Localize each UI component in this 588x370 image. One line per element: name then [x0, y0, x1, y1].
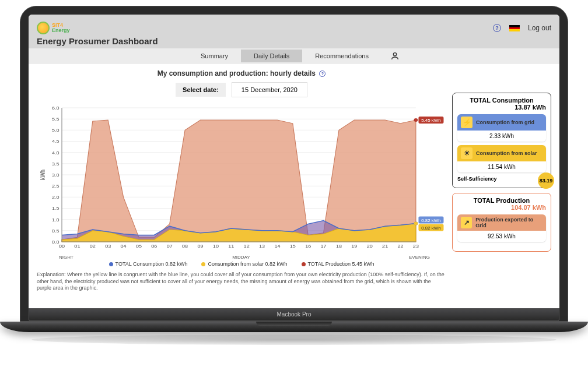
svg-text:13: 13 [259, 244, 265, 249]
svg-text:0.0: 0.0 [52, 239, 60, 245]
hourly-chart: 0.00.51.01.52.02.53.03.54.04.55.05.56.0k… [37, 103, 446, 255]
svg-text:10: 10 [213, 244, 219, 249]
svg-text:4.5: 4.5 [52, 139, 60, 144]
svg-text:05: 05 [136, 244, 142, 249]
svg-text:0.82 kWh: 0.82 kWh [421, 218, 440, 223]
svg-point-60 [414, 222, 418, 225]
svg-text:5.0: 5.0 [52, 128, 60, 133]
grid-icon: ⚡ [461, 117, 473, 128]
tab-recommendations[interactable]: Recommendations [302, 50, 382, 62]
svg-text:5.45 kWh: 5.45 kWh [421, 118, 440, 123]
svg-text:15: 15 [290, 244, 296, 249]
total-consumption-value: 13.87 kWh [457, 104, 546, 111]
svg-text:20: 20 [367, 244, 373, 249]
explanation-text: Explanation: Where the yellow line is co… [37, 272, 446, 292]
svg-text:03: 03 [105, 244, 111, 249]
tab-bar: Summary Daily Details Recommendations [29, 48, 559, 64]
help-icon[interactable]: ? [493, 24, 501, 32]
svg-text:3.0: 3.0 [52, 172, 60, 178]
svg-text:02: 02 [90, 244, 96, 249]
tab-summary[interactable]: Summary [188, 50, 241, 62]
logo-icon [37, 22, 50, 34]
svg-text:07: 07 [167, 244, 173, 249]
total-production-card: TOTAL Production 104.07 kWh ↗Production … [452, 193, 551, 252]
svg-text:21: 21 [382, 244, 388, 249]
total-consumption-card: TOTAL Consumption 13.87 kWh ⚡Consumption… [452, 93, 551, 188]
svg-text:6.0: 6.0 [52, 105, 60, 111]
x-axis-period-labels: NIGHT MIDDAY EVENING [37, 255, 446, 260]
svg-text:2.0: 2.0 [52, 195, 60, 200]
section-help-icon[interactable]: ? [319, 71, 326, 77]
svg-text:22: 22 [397, 244, 403, 249]
svg-text:08: 08 [182, 244, 188, 249]
svg-text:18: 18 [336, 244, 342, 249]
svg-text:kWh: kWh [39, 170, 46, 180]
production-export-card: ↗Production exported to Grid 92.53 kWh [457, 214, 546, 242]
date-picker[interactable]: 15 December, 2020 [232, 82, 307, 97]
consumption-solar-card: ☀Consumption from solar 11.54 kWh [457, 145, 546, 172]
svg-text:4.0: 4.0 [52, 150, 60, 155]
total-production-value: 104.07 kWh [457, 204, 546, 211]
svg-text:01: 01 [74, 244, 80, 249]
svg-text:2.5: 2.5 [52, 184, 60, 189]
svg-text:06: 06 [151, 244, 157, 249]
svg-point-0 [393, 52, 396, 55]
svg-text:16: 16 [305, 244, 311, 249]
total-production-title: TOTAL Production [457, 197, 546, 204]
self-sufficiency-badge: 83.19 [538, 172, 554, 189]
total-consumption-title: TOTAL Consumption [457, 97, 546, 104]
svg-text:1.0: 1.0 [52, 217, 60, 222]
svg-point-54 [414, 118, 418, 122]
solar-icon: ☀ [461, 147, 473, 159]
svg-text:1.5: 1.5 [52, 206, 60, 211]
svg-text:0.82 kWh: 0.82 kWh [421, 225, 440, 230]
self-sufficiency-row: Self-Sufficiency 83.19 [457, 176, 546, 182]
svg-text:0.5: 0.5 [52, 228, 60, 233]
svg-text:11: 11 [228, 244, 234, 249]
device-label: Macbook Pro [29, 308, 559, 321]
logout-link[interactable]: Log out [528, 24, 551, 32]
svg-text:09: 09 [197, 244, 203, 249]
svg-text:14: 14 [274, 244, 280, 249]
svg-text:19: 19 [351, 244, 357, 249]
chart-legend: TOTAL Consumption 0.82 kWh Consumption f… [37, 261, 446, 267]
logo-text-2: Energy [52, 28, 70, 33]
svg-text:04: 04 [121, 244, 127, 249]
logo: SIT4 Energy [37, 22, 70, 34]
export-icon: ↗ [461, 217, 472, 228]
top-bar: SIT4 Energy ? Log out Energy Prosumer Da… [29, 15, 559, 48]
tab-daily-details[interactable]: Daily Details [241, 50, 302, 62]
svg-text:00: 00 [59, 244, 65, 249]
language-flag-de[interactable] [509, 25, 520, 31]
svg-text:12: 12 [244, 244, 250, 249]
section-title: My consumption and production: hourly de… [37, 69, 446, 77]
svg-text:3.5: 3.5 [52, 161, 60, 166]
select-date-label: Select date: [176, 83, 226, 97]
svg-text:23: 23 [413, 244, 419, 249]
consumption-grid-card: ⚡Consumption from grid 2.33 kWh [457, 114, 546, 142]
svg-text:17: 17 [321, 244, 327, 249]
page-title: Energy Prosumer Dashboard [37, 36, 551, 48]
user-icon[interactable] [390, 51, 400, 61]
svg-text:5.5: 5.5 [52, 117, 60, 122]
